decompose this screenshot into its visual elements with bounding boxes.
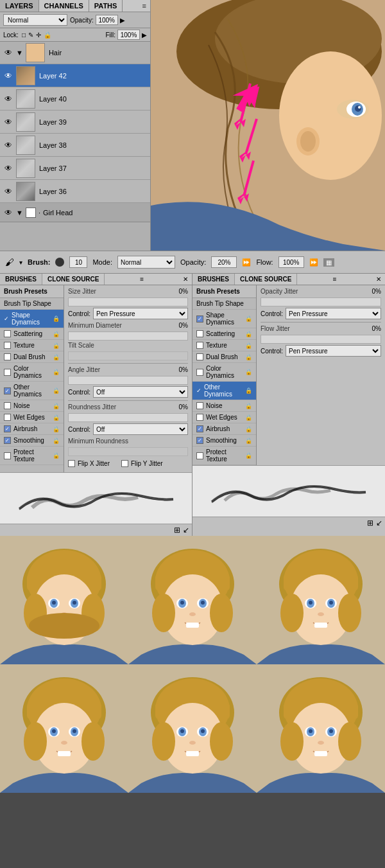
angle-jitter-slider[interactable]	[68, 376, 188, 385]
blend-mode-select[interactable]: Normal	[3, 14, 67, 26]
texture-item[interactable]: Texture 🔒	[0, 340, 64, 351]
color-dynamics-cb-right[interactable]	[196, 369, 203, 376]
smoothing-cb[interactable]: ✓	[4, 437, 11, 444]
color-dynamics-cb[interactable]	[4, 369, 11, 376]
tab-brushes-left[interactable]: BRUSHES	[0, 274, 42, 285]
scattering-item[interactable]: Scattering 🔒	[0, 328, 64, 340]
texture-item-right[interactable]: Texture 🔒	[193, 340, 256, 351]
dual-brush-item[interactable]: Dual Brush 🔒	[0, 351, 64, 363]
min-diameter-slider[interactable]	[68, 332, 188, 341]
flip-x-cb[interactable]	[68, 460, 75, 467]
dual-brush-cb[interactable]	[4, 353, 11, 360]
protect-texture-cb-right[interactable]	[196, 452, 203, 459]
tilt-scale-slider[interactable]	[68, 351, 188, 360]
airbrush-item-right[interactable]: ✓ Airbrush 🔒	[193, 423, 256, 435]
expand-icon-girl-head[interactable]: ▼	[16, 209, 23, 217]
flow-jitter-slider[interactable]	[261, 335, 381, 344]
wet-edges-item-right[interactable]: Wet Edges 🔒	[193, 412, 256, 423]
opacity-input[interactable]	[96, 15, 118, 25]
opacity-control-select[interactable]: Pen Pressure	[286, 308, 381, 319]
texture-cb[interactable]	[4, 342, 11, 349]
scattering-cb-right[interactable]	[196, 330, 203, 337]
panel-left-close[interactable]: ✕	[179, 274, 192, 284]
expand-icon[interactable]: ▼	[16, 49, 23, 57]
noise-cb[interactable]	[4, 402, 11, 409]
opacity-toolbar-input[interactable]	[211, 256, 237, 268]
brush-tool-icon[interactable]: 🖌	[5, 257, 14, 267]
roundness-jitter-slider[interactable]	[68, 413, 188, 422]
wet-edges-cb-right[interactable]	[196, 414, 203, 421]
tab-clone-source-right[interactable]: CLONE SOURCE	[235, 274, 298, 285]
flow-control-select[interactable]: Pen Pressure	[286, 345, 381, 357]
layer-item-36[interactable]: 👁 Layer 36	[0, 180, 150, 203]
lock-position-icon[interactable]: ✛	[36, 31, 41, 39]
protect-texture-cb[interactable]	[4, 452, 11, 459]
tab-paths[interactable]: PATHS	[89, 0, 123, 12]
control-select-1[interactable]: Pen Pressure	[93, 308, 188, 319]
eye-icon-42[interactable]: 👁	[3, 71, 13, 81]
layer-item-42[interactable]: 👁 Layer 42	[0, 64, 150, 87]
flip-y-cb[interactable]	[121, 460, 128, 467]
size-jitter-slider[interactable]	[68, 297, 188, 306]
protect-texture-item-right[interactable]: Protect Texture 🔒	[193, 447, 256, 465]
panel-right-close[interactable]: ✕	[372, 274, 385, 284]
tab-layers[interactable]: LAYERS	[0, 0, 39, 12]
layer-item-39[interactable]: 👁 Layer 39	[0, 111, 150, 134]
opacity-arrow[interactable]: ▶	[120, 17, 125, 24]
brush-size-input[interactable]	[69, 256, 87, 268]
shape-dynamics-item[interactable]: Shape Dynamics 🔒	[0, 310, 64, 328]
smoothing-cb-right[interactable]: ✓	[196, 437, 203, 444]
layer-item-38[interactable]: 👁 Layer 38	[0, 134, 150, 157]
roundness-control-select[interactable]: Off	[93, 423, 188, 435]
eye-icon-hair-group[interactable]: 👁	[3, 48, 13, 58]
panel-menu-icon[interactable]: ≡	[139, 0, 150, 12]
opacity-jitter-slider[interactable]	[261, 297, 381, 306]
scattering-cb[interactable]	[4, 330, 11, 337]
tab-clone-source-left[interactable]: CLONE SOURCE	[42, 274, 105, 285]
airbrush-item[interactable]: ✓ Airbrush 🔒	[0, 423, 64, 435]
airbrush-toggle-icon[interactable]: ⏩	[309, 258, 318, 267]
eye-icon-39[interactable]: 👁	[3, 117, 13, 127]
texture-cb-right[interactable]	[196, 342, 203, 349]
brush-tool-options-icon[interactable]: ▾	[19, 259, 22, 266]
panel-right-menu[interactable]: ≡	[329, 274, 341, 284]
layer-item-37[interactable]: 👁 Layer 37	[0, 157, 150, 180]
eye-icon-girl-head[interactable]: 👁	[3, 208, 13, 218]
other-dynamics-cb-left[interactable]: ✓	[4, 387, 11, 394]
layer-group-hair[interactable]: 👁 ▼ Hair	[0, 42, 150, 64]
mode-select[interactable]: Normal	[117, 256, 175, 269]
layer-item-40[interactable]: 👁 Layer 40	[0, 87, 150, 111]
eye-icon-37[interactable]: 👁	[3, 163, 13, 173]
lock-all-icon[interactable]: 🔒	[44, 31, 51, 39]
shape-dynamics-cb-right[interactable]: ✓	[196, 315, 203, 323]
dual-brush-cb-right[interactable]	[196, 353, 203, 360]
protect-texture-item[interactable]: Protect Texture 🔒	[0, 447, 64, 465]
panel-left-footer-icon2[interactable]: ↙	[183, 526, 189, 535]
opacity-airbrush-icon[interactable]: ⏩	[242, 258, 251, 267]
panel-right-footer-icon1[interactable]: ⊞	[367, 518, 373, 527]
flow-input[interactable]	[278, 256, 304, 268]
eye-icon-38[interactable]: 👁	[3, 140, 13, 150]
brush-tip-shape-item[interactable]: Brush Tip Shape	[0, 298, 64, 310]
fill-arrow[interactable]: ▶	[142, 31, 147, 39]
other-dynamics-item-left[interactable]: ✓ Other Dynamics 🔒	[0, 382, 64, 400]
lock-image-icon[interactable]: ✎	[28, 31, 33, 39]
scattering-item-right[interactable]: Scattering 🔒	[193, 328, 256, 340]
shape-dynamics-item-right[interactable]: ✓ Shape Dynamics 🔒	[193, 310, 256, 328]
tab-channels[interactable]: CHANNELS	[39, 0, 89, 12]
airbrush-cb[interactable]: ✓	[4, 425, 11, 432]
panel-left-menu[interactable]: ≡	[136, 274, 148, 284]
dual-brush-item-right[interactable]: Dual Brush 🔒	[193, 351, 256, 363]
lock-transparent-icon[interactable]: □	[22, 31, 26, 39]
color-dynamics-item[interactable]: Color Dynamics 🔒	[0, 363, 64, 382]
lock-transparent-girl[interactable]	[26, 208, 36, 218]
wet-edges-item[interactable]: Wet Edges 🔒	[0, 412, 64, 423]
fill-input[interactable]	[117, 30, 140, 40]
panel-left-footer-icon1[interactable]: ⊞	[174, 526, 180, 535]
noise-cb-right[interactable]	[196, 402, 203, 409]
color-dynamics-item-right[interactable]: Color Dynamics 🔒	[193, 363, 256, 382]
smoothing-item-right[interactable]: ✓ Smoothing 🔒	[193, 435, 256, 447]
angle-control-select[interactable]: Off	[93, 386, 188, 398]
min-roundness-slider[interactable]	[68, 447, 188, 456]
group-footer-girl-head[interactable]: 👁 ▼ · Girl Head	[0, 203, 150, 222]
